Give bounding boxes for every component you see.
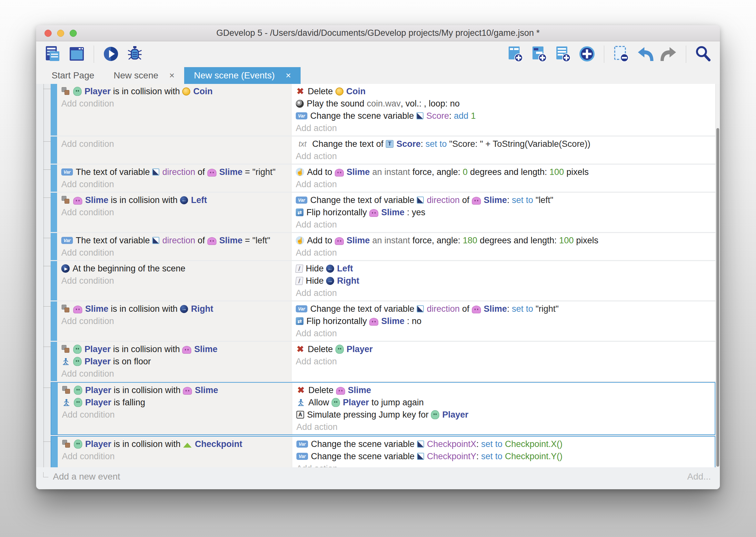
actions-cell[interactable]: VarChange the scene variable CheckpointX…	[292, 436, 715, 467]
add-condition-link[interactable]: Add condition	[57, 178, 291, 190]
action-line[interactable]: ✖Delete Slime	[292, 384, 715, 396]
redo-button[interactable]	[659, 45, 679, 64]
add-condition-link[interactable]: Add condition	[57, 138, 291, 150]
tab-start-page[interactable]: Start Page	[42, 67, 104, 84]
condition-line[interactable]: Player is falling	[58, 396, 292, 409]
actions-cell[interactable]: VarChange the text of variable direction…	[291, 193, 715, 232]
add-action-link[interactable]: Add action	[291, 247, 715, 259]
minimize-window-button[interactable]	[57, 30, 64, 37]
add-action-link[interactable]: Add action	[291, 219, 715, 231]
event-row[interactable]: Player is in collision with CoinAdd cond…	[51, 84, 715, 136]
event-row[interactable]: Player is in collision with SlimePlayer …	[51, 382, 715, 435]
add-action-link[interactable]: Add action	[291, 355, 715, 368]
add-action-link[interactable]: Add action	[291, 287, 715, 299]
conditions-cell[interactable]: Player is in collision with CoinAdd cond…	[57, 84, 291, 136]
actions-cell[interactable]: /Hide ←Left/Hide →RightAdd action	[291, 261, 715, 301]
action-line[interactable]: VarChange the text of variable direction…	[291, 303, 715, 315]
tab-new-scene-events[interactable]: New scene (Events)×	[184, 67, 301, 84]
add-action-link[interactable]: Add action	[292, 421, 715, 433]
search-button[interactable]	[694, 45, 713, 64]
event-row[interactable]: Slime is in collision with ←LeftAdd cond…	[51, 193, 715, 232]
action-line[interactable]: ✖Delete Player	[291, 343, 715, 355]
add-comment-button[interactable]	[553, 45, 573, 64]
action-line[interactable]: Allow Player to jump again	[292, 396, 715, 409]
conditions-cell[interactable]: Add condition	[57, 137, 291, 164]
conditions-cell[interactable]: VarThe text of variable direction of Sli…	[57, 165, 291, 192]
event-drag-bar[interactable]	[51, 233, 57, 260]
action-line[interactable]: ☝Add to Slime an instant force, angle: 1…	[291, 234, 715, 247]
event-row[interactable]: VarThe text of variable direction of Sli…	[51, 165, 715, 192]
add-action-link[interactable]: Add action	[291, 178, 715, 190]
add-action-link[interactable]: Add action	[291, 122, 715, 134]
condition-line[interactable]: VarThe text of variable direction of Sli…	[57, 234, 291, 247]
scene-editor-button[interactable]	[67, 45, 87, 64]
condition-line[interactable]: Player is in collision with Slime	[57, 343, 291, 355]
event-drag-bar[interactable]	[51, 342, 57, 381]
condition-line[interactable]: Slime is in collision with ←Left	[57, 194, 291, 206]
event-row[interactable]: Slime is in collision with →RightAdd con…	[51, 302, 715, 341]
event-row[interactable]: Add conditiontxtChange the text of TScor…	[51, 137, 715, 164]
conditions-cell[interactable]: VarThe text of variable direction of Sli…	[57, 233, 291, 260]
action-line[interactable]: VarChange the scene variable CheckpointY…	[292, 450, 715, 463]
actions-cell[interactable]: ✖Delete SlimeAllow Player to jump againA…	[292, 383, 715, 434]
title-bar[interactable]: GDevelop 5 - /Users/david/Documents/GDev…	[36, 25, 720, 41]
add-condition-link[interactable]: Add condition	[57, 368, 291, 380]
conditions-cell[interactable]: Player is in collision with CheckpointAd…	[58, 436, 292, 467]
action-line[interactable]: ✖Delete Coin	[291, 85, 715, 98]
add-action-link[interactable]: Add action	[291, 150, 715, 162]
conditions-cell[interactable]: Slime is in collision with →RightAdd con…	[57, 302, 291, 341]
condition-line[interactable]: Player is in collision with Checkpoint	[58, 438, 292, 450]
undo-button[interactable]	[635, 45, 655, 64]
add-condition-link[interactable]: Add condition	[57, 247, 291, 259]
conditions-cell[interactable]: Slime is in collision with ←LeftAdd cond…	[57, 193, 291, 232]
event-drag-bar[interactable]	[51, 165, 57, 192]
action-line[interactable]: txtChange the text of TScore: set to "Sc…	[291, 138, 715, 150]
action-line[interactable]: ☝Add to Slime an instant force, angle: 0…	[291, 166, 715, 178]
debug-button[interactable]	[125, 45, 144, 64]
conditions-cell[interactable]: ▶At the beginning of the sceneAdd condit…	[57, 261, 291, 301]
close-window-button[interactable]	[45, 30, 52, 37]
condition-line[interactable]: ▶At the beginning of the scene	[57, 262, 291, 275]
add-event-button[interactable]	[506, 45, 525, 64]
event-drag-bar[interactable]	[51, 436, 58, 467]
actions-cell[interactable]: ☝Add to Slime an instant force, angle: 0…	[291, 165, 715, 192]
preview-play-button[interactable]	[101, 45, 121, 64]
action-line[interactable]: /Hide →Right	[291, 275, 715, 287]
add-new-button[interactable]	[577, 45, 597, 64]
conditions-cell[interactable]: Player is in collision with SlimePlayer …	[58, 383, 292, 434]
add-condition-link[interactable]: Add condition	[57, 98, 291, 110]
condition-line[interactable]: Player is in collision with Slime	[58, 384, 292, 396]
actions-cell[interactable]: txtChange the text of TScore: set to "Sc…	[291, 137, 715, 164]
condition-line[interactable]: VarThe text of variable direction of Sli…	[57, 166, 291, 178]
delete-event-button[interactable]	[612, 45, 631, 64]
actions-cell[interactable]: ✖Delete PlayerAdd action	[291, 342, 715, 381]
action-line[interactable]: ASimulate pressing Jump key for Player	[292, 409, 715, 421]
tab-new-scene[interactable]: New scene×	[104, 67, 184, 84]
condition-line[interactable]: Player is on floor	[57, 355, 291, 368]
project-manager-button[interactable]	[43, 45, 62, 64]
condition-line[interactable]: Player is in collision with Coin	[57, 85, 291, 98]
event-drag-bar[interactable]	[51, 383, 58, 434]
event-drag-bar[interactable]	[51, 137, 57, 164]
event-drag-bar[interactable]	[51, 261, 57, 301]
action-line[interactable]: VarChange the scene variable CheckpointX…	[292, 438, 715, 450]
add-condition-link[interactable]: Add condition	[57, 275, 291, 287]
action-line[interactable]: ⇄Flip horizontally Slime : no	[291, 315, 715, 327]
add-condition-link[interactable]: Add condition	[58, 409, 292, 421]
add-condition-link[interactable]: Add condition	[58, 450, 292, 463]
add-sub-event-button[interactable]	[530, 45, 549, 64]
condition-line[interactable]: Slime is in collision with →Right	[57, 303, 291, 315]
event-row[interactable]: ▶At the beginning of the sceneAdd condit…	[51, 261, 715, 301]
add-condition-link[interactable]: Add condition	[57, 315, 291, 327]
actions-cell[interactable]: ☝Add to Slime an instant force, angle: 1…	[291, 233, 715, 260]
action-line[interactable]: VarChange the text of variable direction…	[291, 194, 715, 206]
close-tab-icon[interactable]: ×	[286, 70, 291, 81]
add-action-link[interactable]: Add action	[291, 327, 715, 340]
event-drag-bar[interactable]	[51, 84, 57, 136]
add-new-event-button[interactable]: Add a new event	[53, 472, 120, 482]
action-line[interactable]: /Hide ←Left	[291, 262, 715, 275]
close-tab-icon[interactable]: ×	[169, 70, 174, 81]
event-row[interactable]: Player is in collision with SlimePlayer …	[51, 342, 715, 381]
add-action-link[interactable]: Add action	[292, 463, 715, 467]
scrollbar-thumb[interactable]	[716, 128, 719, 467]
